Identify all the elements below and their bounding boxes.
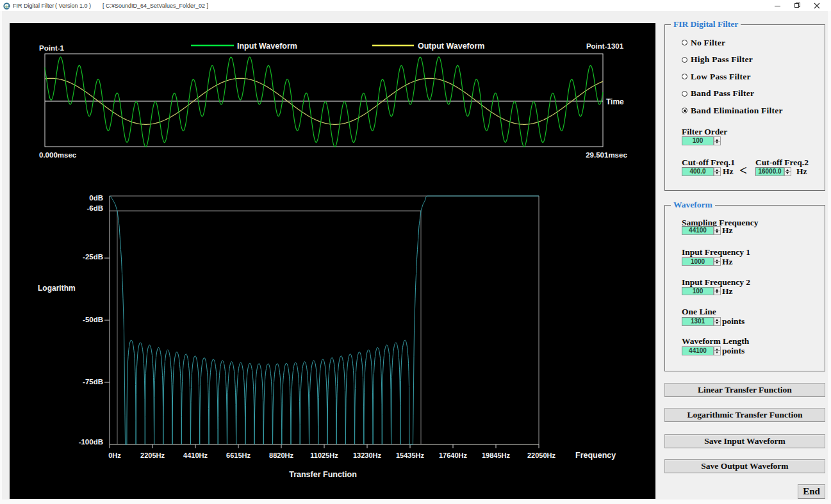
svg-text:13230Hz: 13230Hz (353, 451, 382, 459)
svg-text:11025Hz: 11025Hz (310, 451, 338, 459)
svg-text:0dB: 0dB (89, 194, 103, 202)
svg-text:Output Waveform: Output Waveform (418, 42, 484, 51)
svg-text:17640Hz: 17640Hz (439, 451, 468, 459)
svg-text:Transfer Function: Transfer Function (289, 470, 357, 479)
svg-text:4410Hz: 4410Hz (183, 451, 208, 459)
svg-text:Logarithm: Logarithm (38, 284, 76, 293)
svg-text:Frequency: Frequency (575, 451, 616, 460)
svg-text:6615Hz: 6615Hz (226, 451, 251, 459)
svg-text:Point-1301: Point-1301 (586, 42, 624, 50)
svg-text:15435Hz: 15435Hz (396, 451, 425, 459)
svg-text:29.501msec: 29.501msec (586, 151, 627, 159)
svg-text:2205Hz: 2205Hz (140, 451, 165, 459)
svg-text:19845Hz: 19845Hz (482, 451, 511, 459)
svg-text:-25dB: -25dB (83, 253, 103, 261)
svg-text:Point-1: Point-1 (39, 44, 65, 52)
svg-text:22050Hz: 22050Hz (527, 451, 556, 459)
svg-text:Input Waveform: Input Waveform (237, 42, 297, 51)
svg-text:-50dB: -50dB (83, 316, 103, 323)
svg-text:-6dB: -6dB (86, 204, 103, 212)
svg-text:0.000msec: 0.000msec (39, 151, 77, 159)
svg-text:8820Hz: 8820Hz (269, 451, 293, 459)
svg-text:0Hz: 0Hz (108, 451, 121, 459)
svg-text:-75dB: -75dB (83, 378, 103, 386)
svg-text:Time: Time (606, 97, 624, 106)
svg-text:-100dB: -100dB (79, 438, 103, 446)
